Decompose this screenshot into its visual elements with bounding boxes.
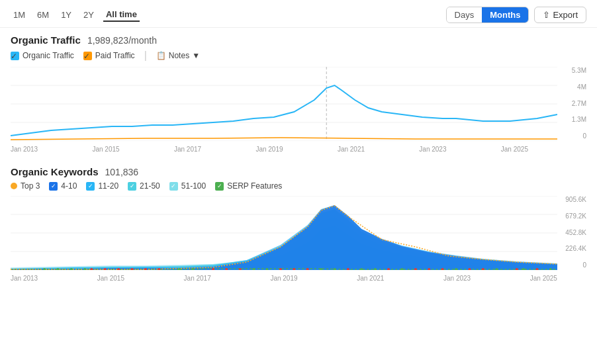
- kx-label-2015: Jan 2015: [97, 275, 124, 282]
- traffic-legend: ✓ Organic Traffic ✓ Paid Traffic | 📋 Not…: [11, 50, 586, 62]
- top-bar: 1M 6M 1Y 2Y All time Days Months ⇧ Expor…: [0, 0, 597, 28]
- keywords-x-axis: Jan 2013 Jan 2015 Jan 2017 Jan 2019 Jan …: [11, 275, 557, 282]
- keywords-title: Organic Keywords: [11, 166, 99, 177]
- keywords-y-axis: 905.6K 679.2K 452.8K 226.4K 0: [557, 196, 586, 270]
- k11-20-checkbox[interactable]: ✓: [86, 182, 95, 191]
- organic-keywords-section: Organic Keywords 101,836 Top 3 ✓ 4-10 ✓ …: [0, 159, 597, 196]
- k4-10-checkbox[interactable]: ✓: [49, 182, 58, 191]
- ky-label-9056k: 905.6K: [565, 196, 586, 203]
- kx-label-2017: Jan 2017: [184, 275, 211, 282]
- y-label-53m: 5.3M: [572, 67, 586, 74]
- export-button[interactable]: ⇧ Export: [534, 7, 586, 23]
- x-label-2021: Jan 2021: [338, 146, 365, 153]
- kx-label-2021: Jan 2021: [357, 275, 384, 282]
- k51-100-checkbox[interactable]: ✓: [169, 182, 178, 191]
- top3-legend-item: Top 3: [11, 181, 40, 191]
- kx-label-2013: Jan 2013: [11, 275, 38, 282]
- months-view-button[interactable]: Months: [482, 7, 528, 23]
- kx-label-2025: Jan 2025: [530, 275, 557, 282]
- k11-20-label: 11-20: [98, 181, 118, 191]
- ky-label-0: 0: [582, 261, 586, 269]
- organic-traffic-legend-label: Organic Traffic: [23, 51, 74, 60]
- time-filters: 1M 6M 1Y 2Y All time: [11, 8, 140, 22]
- x-label-2019: Jan 2019: [255, 146, 283, 153]
- k21-50-label: 21-50: [140, 181, 160, 191]
- x-label-2023: Jan 2023: [419, 146, 446, 153]
- kx-label-2019: Jan 2019: [270, 275, 297, 282]
- organic-traffic-legend-item: ✓ Organic Traffic: [11, 51, 74, 60]
- notes-icon: 📋: [156, 51, 166, 60]
- notes-button[interactable]: 📋 Notes ▼: [156, 51, 200, 60]
- keywords-chart-area: 905.6K 679.2K 452.8K 226.4K 0 Jan 2013 J…: [11, 196, 586, 282]
- keywords-chart-svg: [11, 196, 557, 270]
- k11-20-legend-item: ✓ 11-20: [86, 181, 118, 191]
- keywords-header: Organic Keywords 101,836: [11, 166, 586, 177]
- ky-label-2264k: 226.4K: [565, 245, 586, 252]
- ky-label-4528k: 452.8K: [565, 229, 586, 236]
- organic-traffic-checkbox[interactable]: ✓: [11, 52, 19, 60]
- traffic-header: Organic Traffic 1,989,823/month: [11, 34, 586, 46]
- y-label-27m: 2.7M: [572, 100, 586, 107]
- notes-label: Notes: [169, 51, 189, 60]
- k51-100-label: 51-100: [181, 181, 206, 191]
- traffic-title: Organic Traffic: [11, 34, 81, 46]
- traffic-chart-area: 5.3M 4M 2.7M 1.3M 0 Jan 2013 Jan 2015 Ja…: [11, 67, 586, 153]
- traffic-value: 1,989,823/month: [87, 35, 157, 46]
- y-label-0: 0: [582, 132, 586, 140]
- keywords-legend: Top 3 ✓ 4-10 ✓ 11-20 ✓ 21-50 ✓ 51-100 ✓ …: [11, 181, 586, 191]
- traffic-chart-container: 5.3M 4M 2.7M 1.3M 0 Jan 2013 Jan 2015 Ja…: [11, 67, 586, 153]
- filter-1y[interactable]: 1Y: [58, 9, 74, 21]
- legend-divider: |: [144, 50, 147, 62]
- days-view-button[interactable]: Days: [447, 7, 482, 23]
- ky-label-6792k: 679.2K: [565, 212, 586, 220]
- x-label-2015: Jan 2015: [92, 146, 119, 153]
- svg-marker-15: [11, 205, 557, 270]
- keywords-value: 101,836: [105, 167, 139, 177]
- paid-traffic-legend-label: Paid Traffic: [95, 51, 135, 60]
- organic-traffic-section: Organic Traffic 1,989,823/month ✓ Organi…: [0, 28, 597, 67]
- k4-10-legend-item: ✓ 4-10: [49, 181, 77, 191]
- x-label-2013: Jan 2013: [11, 146, 38, 153]
- keywords-chart-container: 905.6K 679.2K 452.8K 226.4K 0 Jan 2013 J…: [11, 196, 586, 282]
- right-controls: Days Months ⇧ Export: [446, 7, 586, 23]
- filter-6m[interactable]: 6M: [34, 9, 52, 21]
- y-label-4m: 4M: [577, 83, 586, 91]
- export-label: Export: [553, 10, 578, 20]
- k51-100-legend-item: ✓ 51-100: [169, 181, 206, 191]
- traffic-chart-svg: [11, 67, 557, 141]
- traffic-y-axis: 5.3M 4M 2.7M 1.3M 0: [557, 67, 586, 141]
- k4-10-label: 4-10: [61, 181, 77, 191]
- kx-label-2023: Jan 2023: [443, 275, 471, 282]
- top3-label: Top 3: [21, 181, 40, 191]
- serp-legend-item: ✓ SERP Features: [215, 181, 282, 191]
- x-label-2017: Jan 2017: [174, 146, 201, 153]
- top3-dot: [11, 183, 17, 189]
- serp-label: SERP Features: [227, 181, 282, 191]
- k21-50-checkbox[interactable]: ✓: [128, 182, 136, 191]
- k21-50-legend-item: ✓ 21-50: [128, 181, 160, 191]
- filter-all-time[interactable]: All time: [103, 8, 140, 22]
- paid-traffic-checkbox[interactable]: ✓: [83, 52, 92, 60]
- export-icon: ⇧: [543, 10, 550, 20]
- view-toggle: Days Months: [446, 7, 529, 23]
- filter-1m[interactable]: 1M: [11, 9, 28, 21]
- paid-traffic-legend-item: ✓ Paid Traffic: [83, 51, 135, 60]
- notes-chevron-icon: ▼: [192, 51, 200, 60]
- traffic-x-axis: Jan 2013 Jan 2015 Jan 2017 Jan 2019 Jan …: [11, 146, 557, 153]
- serp-checkbox[interactable]: ✓: [215, 182, 224, 191]
- x-label-2025: Jan 2025: [501, 146, 528, 153]
- y-label-13m: 1.3M: [572, 116, 586, 123]
- filter-2y[interactable]: 2Y: [81, 9, 97, 21]
